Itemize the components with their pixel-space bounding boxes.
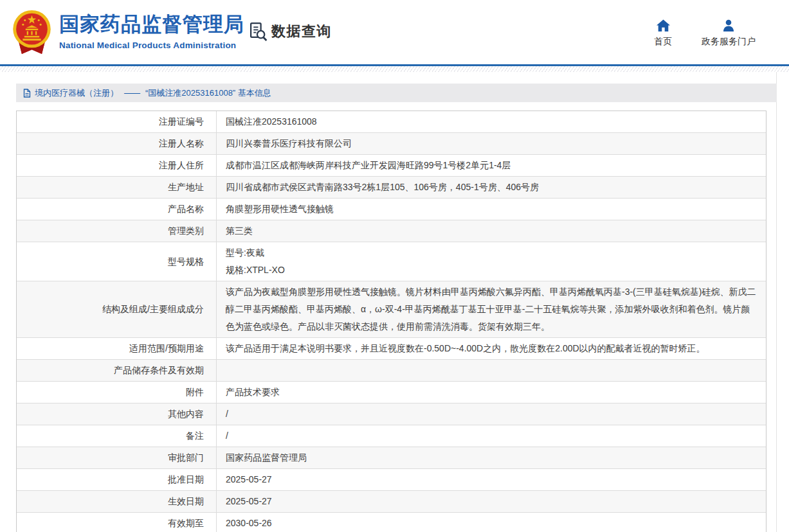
- row-label: 批准日期: [17, 469, 217, 490]
- row-label: 附件: [17, 382, 217, 403]
- row-value: 国械注准20253161008: [217, 111, 766, 132]
- document-search-icon: [248, 21, 268, 41]
- row-label: 生效日期: [17, 491, 217, 512]
- row-label: 管理类别: [17, 220, 217, 242]
- row-label: 结构及组成/主要组成成分: [17, 281, 217, 337]
- row-label: 产品名称: [17, 199, 217, 220]
- table-row-product-name: 产品名称 角膜塑形用硬性透气接触镜: [17, 198, 766, 220]
- row-label: 生产地址: [17, 177, 217, 198]
- row-value: 国家药品监督管理局: [217, 447, 766, 468]
- row-value: 四川兴泰普乐医疗科技有限公司: [217, 133, 766, 154]
- row-value: 2025-05-27: [217, 491, 766, 512]
- table-row-effective-date: 生效日期 2025-05-27: [17, 490, 766, 512]
- row-value: 型号:夜戴 规格:XTPL-XO: [217, 242, 766, 281]
- breadcrumb-separator: ——: [124, 88, 140, 98]
- table-row-registrant-address: 注册人住所 成都市温江区成都海峡两岸科技产业开发园海旺路99号1号楼2单元1-4…: [17, 154, 766, 176]
- row-value: 四川省成都市武侯区武青南路33号2栋1层105、106号房，405-1号房、40…: [217, 177, 766, 198]
- row-label: 注册证编号: [17, 111, 217, 132]
- table-row-attachment: 附件 产品技术要求: [17, 381, 766, 403]
- row-value: 该产品为夜戴型角膜塑形用硬性透气接触镜。镜片材料由甲基丙烯酸六氟异丙酯、甲基丙烯…: [217, 281, 766, 337]
- table-row-other-content: 其他内容 /: [17, 403, 766, 425]
- table-row-registration-number: 注册证编号 国械注准20253161008: [17, 111, 766, 132]
- table-row-production-address: 生产地址 四川省成都市武侯区武青南路33号2栋1层105、106号房，405-1…: [17, 176, 766, 198]
- row-label: 审批部门: [17, 447, 217, 468]
- row-value: 产品技术要求: [217, 382, 766, 403]
- table-row-composition: 结构及组成/主要组成成分 该产品为夜戴型角膜塑形用硬性透气接触镜。镜片材料由甲基…: [17, 281, 766, 337]
- row-value: /: [217, 403, 766, 425]
- user-icon: [722, 19, 735, 32]
- nav-portal[interactable]: 政务服务门户: [702, 19, 756, 48]
- breadcrumb: 境内医疗器械（注册） —— “国械注准20253161008” 基本信息: [16, 84, 777, 102]
- row-value: /: [217, 425, 766, 447]
- breadcrumb-current: “国械注准20253161008” 基本信息: [145, 87, 271, 99]
- row-value: 角膜塑形用硬性透气接触镜: [217, 199, 766, 220]
- table-row-remarks: 备注 /: [17, 425, 766, 447]
- row-label: 产品储存条件及有效期: [17, 360, 217, 381]
- row-value: 该产品适用于满足本说明书要求，并且近视度数在-0.50D~-4.00D之内，散光…: [217, 338, 766, 359]
- nav-home[interactable]: 首页: [654, 19, 672, 48]
- row-label: 有效期至: [17, 513, 217, 532]
- data-query-label: 数据查询: [271, 22, 332, 41]
- table-row-management-class: 管理类别 第三类: [17, 220, 766, 242]
- home-icon: [656, 19, 671, 32]
- row-label: 注册人住所: [17, 155, 217, 176]
- document-icon: [23, 89, 31, 98]
- national-emblem-icon: [12, 8, 52, 57]
- site-title: 国家药品监督管理局: [59, 13, 244, 36]
- table-row-expiry-date: 有效期至 2030-05-26: [17, 512, 766, 532]
- site-subtitle: National Medical Products Administration: [59, 40, 244, 50]
- brand-text: 国家药品监督管理局 National Medical Products Admi…: [59, 8, 244, 50]
- table-row-approval-date: 批准日期 2025-05-27: [17, 468, 766, 490]
- table-row-model-spec: 型号规格 型号:夜戴 规格:XTPL-XO: [17, 242, 766, 281]
- row-label: 注册人名称: [17, 133, 217, 154]
- nav-home-label: 首页: [654, 36, 672, 48]
- row-value: 成都市温江区成都海峡两岸科技产业开发园海旺路99号1号楼2单元1-4层: [217, 155, 766, 176]
- row-label: 其他内容: [17, 403, 217, 425]
- table-row-storage-conditions: 产品储存条件及有效期: [17, 359, 766, 381]
- content-right-edge: [776, 72, 777, 532]
- top-navigation: 首页 政务服务门户: [654, 19, 756, 48]
- row-label: 备注: [17, 425, 217, 447]
- site-logo[interactable]: 国家药品监督管理局 National Medical Products Admi…: [12, 8, 244, 57]
- data-query-heading[interactable]: 数据查询: [248, 21, 332, 41]
- nmpa-data-query-page: { "header": { "site_name_cn": "国家药品监督管理局…: [0, 0, 789, 532]
- row-value: 2025-05-27: [217, 469, 766, 490]
- table-row-approval-department: 审批部门 国家药品监督管理局: [17, 447, 766, 468]
- registration-info-table: 注册证编号 国械注准20253161008 注册人名称 四川兴泰普乐医疗科技有限…: [16, 111, 766, 532]
- row-value: 2030-05-26: [217, 513, 766, 532]
- row-label: 适用范围/预期用途: [17, 338, 217, 359]
- nav-portal-label: 政务服务门户: [702, 36, 756, 48]
- row-value: 第三类: [217, 220, 766, 242]
- row-label: 型号规格: [17, 242, 217, 281]
- table-row-registrant-name: 注册人名称 四川兴泰普乐医疗科技有限公司: [17, 132, 766, 154]
- site-header: 国家药品监督管理局 National Medical Products Admi…: [0, 0, 789, 64]
- row-value: [217, 360, 766, 381]
- hatch-band: [0, 66, 789, 72]
- table-row-intended-use: 适用范围/预期用途 该产品适用于满足本说明书要求，并且近视度数在-0.50D~-…: [17, 337, 766, 359]
- breadcrumb-category[interactable]: 境内医疗器械（注册）: [35, 87, 118, 99]
